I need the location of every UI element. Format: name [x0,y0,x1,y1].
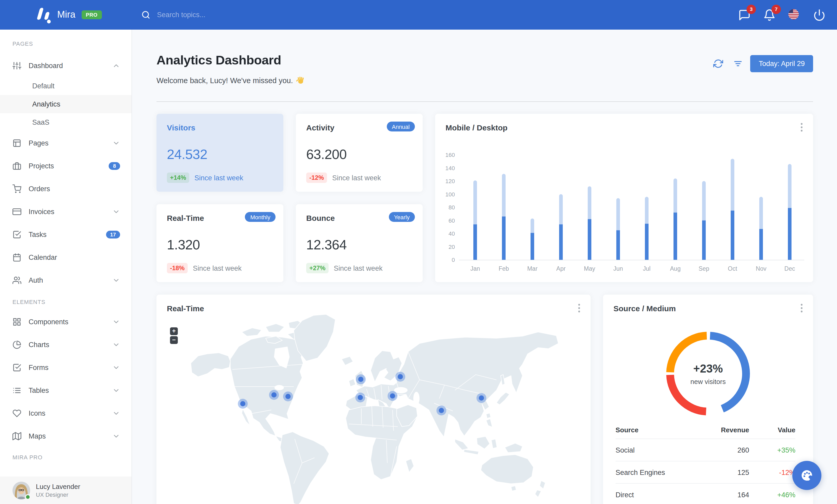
svg-text:Jul: Jul [643,265,651,272]
map-marker[interactable] [398,374,403,379]
stat-note: Since last week [193,264,242,272]
chevron-up-icon [112,61,120,69]
svg-text:Aug: Aug [670,265,681,272]
sidebar-badge: 8 [109,162,120,170]
sidebar-item-components[interactable]: Components [0,310,131,333]
stat-value: 63.200 [306,147,346,163]
users-icon [13,276,21,284]
sidebar-item-default[interactable]: Default [0,77,131,95]
briefcase-icon [13,161,21,170]
notifications-button[interactable]: 7 [763,8,776,21]
svg-text:Nov: Nov [756,265,767,272]
brand[interactable]: Mira PRO [36,0,102,30]
map-marker[interactable] [271,392,277,397]
map-zoom-out-button[interactable]: − [170,336,178,344]
power-icon [813,8,825,21]
sidebar-item-label: Dashboard [29,61,63,69]
chevron-down-icon [112,386,120,394]
mobile-desktop-menu-button[interactable] [799,122,805,132]
stat-period-tag[interactable]: Annual [387,122,415,131]
svg-text:40: 40 [449,230,455,237]
sidebar-user[interactable]: Lucy Lavender UX Designer [0,477,131,504]
svg-text:Feb: Feb [499,265,509,272]
sidebar-item-calendar[interactable]: Calendar [0,246,131,268]
map-marker[interactable] [240,401,245,406]
list-icon [13,386,21,395]
mobile-desktop-card: Mobile / Desktop 020406080100120140160Ja… [435,114,813,282]
svg-text:60: 60 [449,218,455,224]
credit-card-icon [13,207,21,216]
svg-text:100: 100 [445,191,455,198]
svg-text:Sep: Sep [699,265,709,272]
sidebar-item-tasks[interactable]: Tasks17 [0,223,131,246]
sidebar-item-label: Projects [29,162,54,170]
map-marker[interactable] [479,395,484,400]
stat-delta-badge: -12% [306,172,327,183]
stat-card-bounce: BounceYearly12.364+27%Since last week [296,204,423,282]
map-zoom-in-button[interactable]: + [170,327,178,335]
stat-title: Bounce [306,213,335,222]
theme-settings-fab[interactable] [792,461,821,490]
sidebar-item-label: Invoices [29,208,54,216]
sidebar-item-maps[interactable]: Maps [0,425,131,447]
sidebar-item-dashboard[interactable]: Dashboard [0,54,131,77]
stat-card-activity: ActivityAnnual63.200-12%Since last week [296,114,423,192]
svg-text:Jun: Jun [613,265,623,272]
chevron-down-icon [112,363,120,371]
map-marker[interactable] [358,377,363,382]
search-box[interactable]: Search topics... [141,0,206,30]
map-marker[interactable] [285,394,291,399]
map-marker[interactable] [390,393,395,398]
map-marker[interactable] [358,395,363,400]
signout-button[interactable] [813,8,825,21]
sidebar-item-label: Calendar [29,253,57,261]
messages-button[interactable]: 3 [738,8,751,21]
world-map[interactable] [164,307,585,504]
stat-note: Since last week [332,174,381,182]
sidebar-nav: PAGESDashboardDefaultAnalyticsSaaSPagesP… [0,30,131,466]
sidebar-item-label: Forms [29,363,49,371]
col-source: Source [616,426,708,434]
stat-period-tag[interactable]: Monthly [245,212,275,222]
sidebar-item-label: Maps [29,432,46,440]
language-button[interactable] [788,8,801,21]
source-row-direct: Direct164+46% [616,483,796,504]
map-marker[interactable] [439,408,444,413]
svg-text:Oct: Oct [728,265,737,272]
sidebar-item-label: Charts [29,341,49,348]
sidebar-item-invoices[interactable]: Invoices [0,200,131,223]
date-button[interactable]: Today: April 29 [750,55,813,72]
user-role: UX Designer [36,491,80,498]
page-subtitle: Welcome back, Lucy! We've missed you. [157,76,305,85]
stat-period-tag[interactable]: Yearly [389,212,415,222]
sidebar-item-icons[interactable]: Icons [0,402,131,425]
svg-text:Apr: Apr [556,265,566,272]
refresh-icon[interactable] [713,59,723,69]
filter-icon[interactable] [733,59,743,69]
stat-note: Since last week [194,174,243,182]
kebab-icon [801,123,803,132]
notifications-count-badge: 7 [771,4,781,14]
check-square-icon [13,230,21,239]
svg-text:0: 0 [452,257,455,263]
heart-icon [13,409,21,417]
svg-text:20: 20 [449,244,455,250]
sidebar-item-auth[interactable]: Auth [0,268,131,292]
sidebar-item-saas[interactable]: SaaS [0,113,131,131]
sidebar-item-projects[interactable]: Projects8 [0,154,131,177]
online-status-dot [25,494,31,500]
navbar-actions: 3 7 [738,0,825,30]
header-divider [157,101,813,102]
chevron-down-icon [112,318,120,325]
sidebar-item-charts[interactable]: Charts [0,333,131,356]
sidebar-item-tables[interactable]: Tables [0,379,131,402]
stat-title: Activity [306,123,334,132]
svg-text:May: May [584,265,595,272]
check-square-icon [13,363,21,372]
sidebar-item-forms[interactable]: Forms [0,356,131,379]
svg-text:Mar: Mar [527,265,537,272]
source-medium-menu-button[interactable] [799,303,805,313]
sidebar-item-pages[interactable]: Pages [0,131,131,154]
sidebar-item-analytics[interactable]: Analytics [0,95,131,113]
sidebar-item-orders[interactable]: Orders [0,177,131,200]
